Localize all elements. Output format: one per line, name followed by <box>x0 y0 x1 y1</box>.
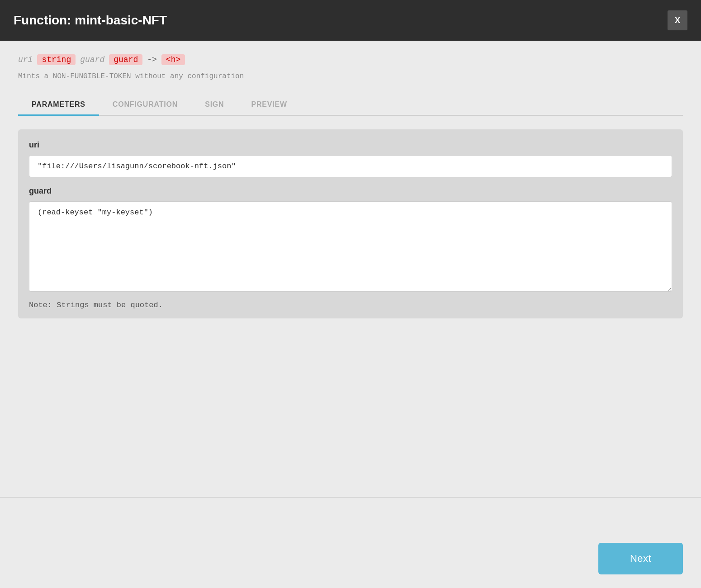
close-button[interactable]: X <box>668 10 687 30</box>
guard-textarea[interactable] <box>29 201 672 292</box>
params-card: uri guard Note: Strings must be quoted. <box>18 129 683 318</box>
param2-type: guard <box>109 54 142 65</box>
main-content: uri guard Note: Strings must be quoted. <box>0 116 701 332</box>
top-content: uri string guard guard -> <h> Mints a NO… <box>0 41 701 116</box>
function-description: Mints a NON-FUNGIBLE-TOKEN without any c… <box>18 72 683 81</box>
guard-label: guard <box>29 186 672 196</box>
uri-label: uri <box>29 140 672 150</box>
param1-name: uri <box>18 55 33 64</box>
param1-type: string <box>37 54 76 65</box>
uri-input[interactable] <box>29 155 672 177</box>
function-signature: uri string guard guard -> <h> <box>18 54 683 65</box>
tab-parameters[interactable]: PARAMETERS <box>18 94 99 115</box>
note-text: Note: Strings must be quoted. <box>29 301 672 309</box>
tabs: PARAMETERS CONFIGURATION SIGN PREVIEW <box>18 94 683 116</box>
tab-configuration[interactable]: CONFIGURATION <box>99 94 191 115</box>
return-type: <h> <box>161 54 185 65</box>
footer-divider <box>0 497 701 498</box>
param2-name: guard <box>80 55 104 64</box>
tab-preview[interactable]: PREVIEW <box>237 94 300 115</box>
next-button[interactable]: Next <box>598 543 683 574</box>
page-title: Function: mint-basic-NFT <box>14 13 167 28</box>
header: Function: mint-basic-NFT X <box>0 0 701 41</box>
footer: Next <box>598 543 683 574</box>
arrow: -> <box>147 55 157 64</box>
tab-sign[interactable]: SIGN <box>191 94 237 115</box>
